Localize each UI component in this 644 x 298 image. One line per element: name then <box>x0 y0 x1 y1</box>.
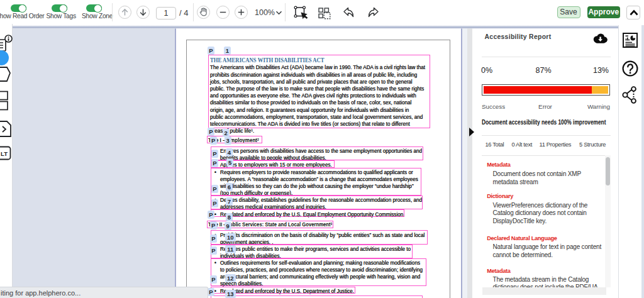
svg-text:LT: LT <box>1 150 8 157</box>
